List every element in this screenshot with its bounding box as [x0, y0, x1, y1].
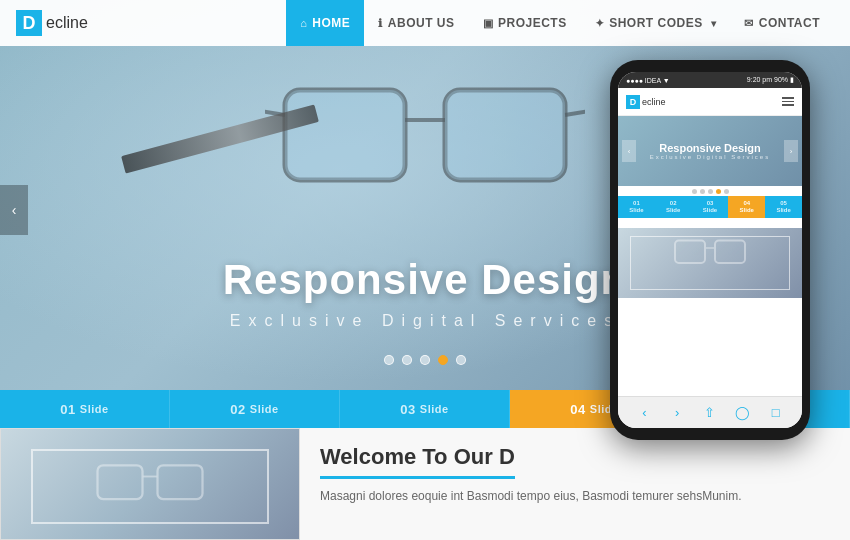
nav-home-label: HOME: [312, 16, 350, 30]
nav-shortcodes-label: SHORT CODES: [609, 16, 703, 30]
hamburger-line-3: [782, 104, 794, 106]
phone-hamburger-menu[interactable]: [782, 97, 794, 106]
logo[interactable]: D ecline: [16, 10, 88, 36]
phone-screen: ●●●● IDEA ▼ 9:20 pm 90% ▮ D ecline Respo…: [618, 72, 802, 428]
dot-5[interactable]: [456, 355, 466, 365]
slide-tab-3-num: 03: [400, 402, 415, 417]
mail-icon: ✉: [744, 17, 754, 30]
phone-hero: Responsive Design Exclusive Digital Serv…: [618, 116, 802, 186]
home-icon: ⌂: [300, 17, 307, 29]
slide-tab-2-num: 02: [230, 402, 245, 417]
svg-rect-7: [98, 465, 143, 499]
nav-item-home[interactable]: ⌂ HOME: [286, 0, 364, 46]
slide-tab-3-label: Slide: [420, 403, 449, 415]
slide-tab-1[interactable]: 01 Slide: [0, 390, 170, 428]
logo-name: ecline: [46, 14, 88, 32]
hamburger-line-2: [782, 101, 794, 103]
nav-about-label: ABOUT US: [388, 16, 455, 30]
svg-rect-6: [445, 90, 565, 180]
phone-hero-sub: Exclusive Digital Services: [650, 154, 770, 160]
phone-status-left: ●●●● IDEA ▼: [626, 77, 670, 84]
bottom-section: Welcome To Our D Masagni dolores eoquie …: [0, 428, 850, 540]
slide-tab-3[interactable]: 03 Slide: [340, 390, 510, 428]
welcome-text: Masagni dolores eoquie int Basmodi tempo…: [320, 487, 830, 506]
phone-hero-title: Responsive Design: [659, 142, 760, 154]
navbar: D ecline ⌂ HOME ℹ ABOUT US ▣ PROJECTS ✦ …: [0, 0, 850, 46]
phone-prev-arrow[interactable]: ‹: [622, 140, 636, 162]
phone-dot-3[interactable]: [708, 189, 713, 194]
info-icon: ℹ: [378, 17, 383, 30]
nav-projects-label: PROJECTS: [498, 16, 567, 30]
phone-home-bar: ‹ › ⇧ ◯ □: [618, 396, 802, 428]
nav-item-shortcodes[interactable]: ✦ SHORT CODES: [581, 0, 731, 46]
bottom-text-area: Welcome To Our D Masagni dolores eoquie …: [300, 428, 850, 540]
nav-item-contact[interactable]: ✉ CONTACT: [730, 0, 834, 46]
phone-tab-5[interactable]: 05Slide: [765, 196, 802, 218]
phone-share-icon[interactable]: ⇧: [701, 404, 719, 422]
phone-tabs: 01Slide 02Slide 03Slide 04Slide 05Slide: [618, 196, 802, 218]
hamburger-line-1: [782, 97, 794, 99]
phone-forward-icon[interactable]: ›: [668, 404, 686, 422]
nav-item-about[interactable]: ℹ ABOUT US: [364, 0, 468, 46]
welcome-title: Welcome To Our D: [320, 444, 515, 479]
phone-dot-5[interactable]: [724, 189, 729, 194]
svg-rect-10: [675, 241, 705, 264]
nav-menu: ⌂ HOME ℹ ABOUT US ▣ PROJECTS ✦ SHORT COD…: [286, 0, 834, 46]
phone-status-bar: ●●●● IDEA ▼ 9:20 pm 90% ▮: [618, 72, 802, 88]
phone-dot-2[interactable]: [700, 189, 705, 194]
phone-tabs-icon[interactable]: □: [767, 404, 785, 422]
svg-line-4: [565, 110, 585, 115]
codes-icon: ✦: [595, 17, 605, 30]
dot-3[interactable]: [420, 355, 430, 365]
slide-tab-2[interactable]: 02 Slide: [170, 390, 340, 428]
slide-tab-1-num: 01: [60, 402, 75, 417]
phone-image-glasses: [670, 228, 750, 278]
phone-back-icon[interactable]: ‹: [635, 404, 653, 422]
slide-tab-1-label: Slide: [80, 403, 109, 415]
phone-logo-d: D: [626, 95, 640, 109]
phone-logo-name: ecline: [642, 97, 666, 107]
hero-prev-arrow[interactable]: ‹: [0, 185, 28, 235]
logo-letter: D: [16, 10, 42, 36]
bottom-image: [0, 428, 300, 540]
dot-4[interactable]: [438, 355, 448, 365]
phone-navbar: D ecline: [618, 88, 802, 116]
dot-1[interactable]: [384, 355, 394, 365]
phone-next-arrow[interactable]: ›: [784, 140, 798, 162]
phone-bookmark-icon[interactable]: ◯: [734, 404, 752, 422]
slide-tab-2-label: Slide: [250, 403, 279, 415]
phone-dots: [618, 189, 802, 194]
phone-dot-4[interactable]: [716, 189, 721, 194]
bottom-image-inner: [1, 429, 299, 539]
phone-outer: ●●●● IDEA ▼ 9:20 pm 90% ▮ D ecline Respo…: [610, 60, 810, 440]
phone-mockup: ●●●● IDEA ▼ 9:20 pm 90% ▮ D ecline Respo…: [610, 60, 810, 440]
phone-tab-3[interactable]: 03Slide: [692, 196, 729, 218]
phone-tab-4[interactable]: 04Slide: [728, 196, 765, 218]
image-glasses: [90, 454, 210, 514]
phone-tab-2[interactable]: 02Slide: [655, 196, 692, 218]
slide-tab-4-num: 04: [570, 402, 585, 417]
phone-tab-1[interactable]: 01Slide: [618, 196, 655, 218]
nav-item-projects[interactable]: ▣ PROJECTS: [469, 0, 581, 46]
phone-status-right: 9:20 pm 90% ▮: [747, 76, 794, 84]
phone-dot-1[interactable]: [692, 189, 697, 194]
dot-2[interactable]: [402, 355, 412, 365]
svg-rect-5: [285, 90, 405, 180]
svg-rect-11: [715, 241, 745, 264]
nav-contact-label: CONTACT: [759, 16, 820, 30]
grid-icon: ▣: [483, 17, 494, 30]
phone-bottom-image: [618, 228, 802, 298]
glasses-decoration: [265, 60, 585, 220]
svg-rect-8: [158, 465, 203, 499]
